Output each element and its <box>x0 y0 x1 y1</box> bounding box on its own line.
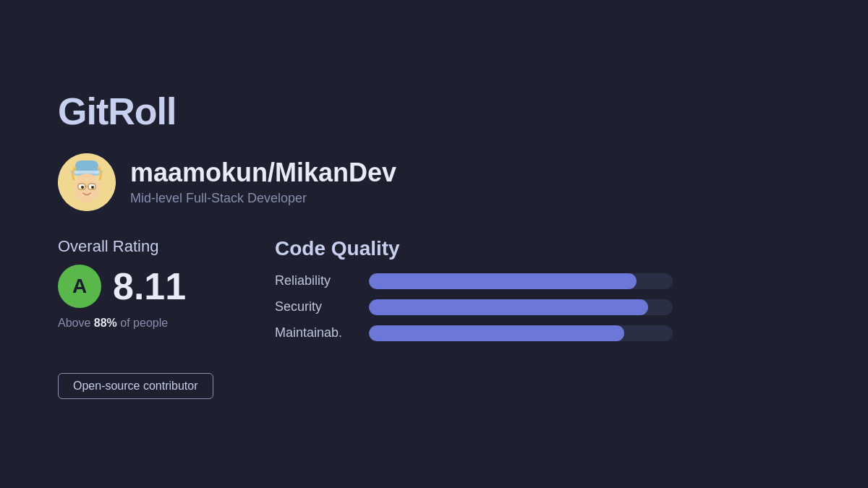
rating-section: Overall Rating A 8.11 Above 88% of peopl… <box>58 237 217 330</box>
quality-title: Code Quality <box>275 237 810 260</box>
app-title: GitRoll <box>58 90 810 133</box>
percentile-value: 88% <box>94 317 117 329</box>
metric-row-maintainability: Maintainab. <box>275 325 810 341</box>
card: GitRoll <box>0 0 868 488</box>
rating-score: 8.11 <box>113 265 186 308</box>
bar-track-reliability <box>369 273 673 289</box>
percentile-suffix: of people <box>117 317 168 329</box>
profile-info: maamokun/MikanDev Mid-level Full-Stack D… <box>130 158 396 206</box>
bar-fill-reliability <box>369 273 637 289</box>
svg-point-8 <box>91 186 94 189</box>
profile-username: maamokun/MikanDev <box>130 158 396 188</box>
percentile-text: Above 88% of people <box>58 317 217 330</box>
svg-point-7 <box>81 186 84 189</box>
grade-badge: A <box>58 265 101 308</box>
metric-row-reliability: Reliability <box>275 273 810 289</box>
rating-label: Overall Rating <box>58 237 217 256</box>
avatar <box>58 153 116 211</box>
metric-label-reliability: Reliability <box>275 273 354 288</box>
quality-section: Code Quality Reliability Security Mainta… <box>275 237 810 341</box>
bar-track-maintainability <box>369 325 673 341</box>
metric-label-security: Security <box>275 299 354 314</box>
badge-section: Open-source contributor <box>58 373 810 399</box>
bar-track-security <box>369 299 673 315</box>
bar-fill-security <box>369 299 648 315</box>
rating-value-row: A 8.11 <box>58 265 217 308</box>
bar-fill-maintainability <box>369 325 624 341</box>
percentile-prefix: Above <box>58 317 94 329</box>
metric-row-security: Security <box>275 299 810 315</box>
main-content: Overall Rating A 8.11 Above 88% of peopl… <box>58 237 810 341</box>
metric-label-maintainability: Maintainab. <box>275 325 354 341</box>
profile-role: Mid-level Full-Stack Developer <box>130 191 396 206</box>
svg-rect-3 <box>74 171 100 174</box>
profile-section: maamokun/MikanDev Mid-level Full-Stack D… <box>58 153 810 211</box>
contributor-badge: Open-source contributor <box>58 373 213 399</box>
